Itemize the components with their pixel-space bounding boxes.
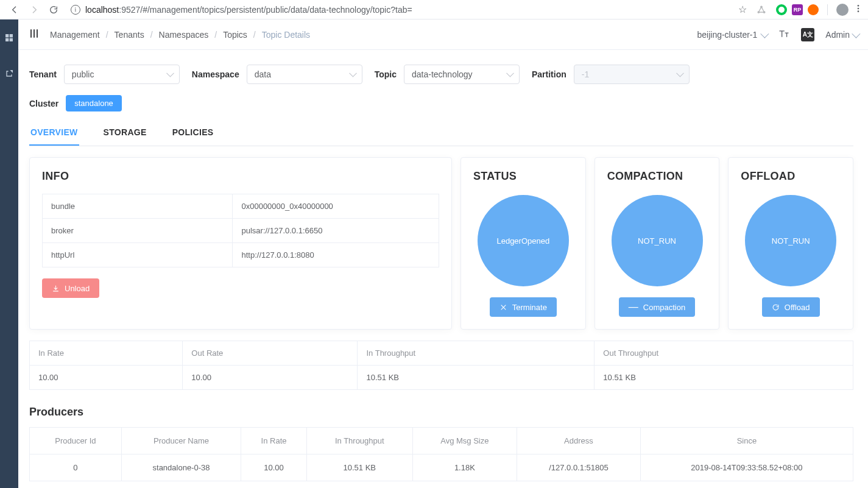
svg-rect-8 xyxy=(5,38,9,41)
info-row: httpUrl http://127.0.0.1:8080 xyxy=(43,243,439,267)
textsize-icon[interactable] xyxy=(778,27,790,41)
content: Management / Tenants / Namespaces / Topi… xyxy=(18,19,868,488)
producers-heading: Producers xyxy=(29,406,853,419)
crumb-management[interactable]: Management xyxy=(50,30,100,40)
browser-chrome: i localhost:9527/#/management/topics/per… xyxy=(0,0,868,19)
col-in-rate: In Rate xyxy=(30,341,183,366)
rp-ext-icon[interactable]: RP xyxy=(792,4,803,15)
col-producer-name: Producer Name xyxy=(121,428,241,454)
svg-rect-6 xyxy=(5,34,9,37)
profile-avatar-icon[interactable] xyxy=(836,4,849,16)
cluster-tag[interactable]: standalone xyxy=(66,95,122,111)
svg-rect-7 xyxy=(10,34,13,37)
col-p-in-throughput: In Throughput xyxy=(306,428,412,454)
tenant-value: public xyxy=(72,69,94,79)
external-link-icon[interactable] xyxy=(4,69,14,80)
tab-storage[interactable]: STORAGE xyxy=(102,127,148,146)
bookmark-star-icon[interactable]: ☆ xyxy=(738,4,747,15)
tab-policies[interactable]: POLICIES xyxy=(171,127,215,146)
offload-title: OFFLOAD xyxy=(741,170,795,183)
cell-avg-msg: 1.18K xyxy=(412,454,517,481)
breadcrumb: Management / Tenants / Namespaces / Topi… xyxy=(50,30,310,40)
chrome-menu-icon[interactable] xyxy=(853,4,863,15)
compaction-card: COMPACTION NOT_RUN — Compaction xyxy=(595,157,720,330)
compaction-label: Compaction xyxy=(643,303,685,312)
url-bar[interactable]: i localhost:9527/#/management/topics/per… xyxy=(71,5,731,15)
chrome-right: ☆ RP xyxy=(738,2,863,17)
col-address: Address xyxy=(517,428,641,454)
col-producer-id: Producer Id xyxy=(30,428,122,454)
terminate-label: Terminate xyxy=(512,303,547,312)
col-out-throughput: Out Throughput xyxy=(595,341,853,366)
col-out-rate: Out Rate xyxy=(183,341,358,366)
filter-row-cluster: Cluster standalone xyxy=(29,95,853,111)
chevron-down-icon xyxy=(852,29,860,38)
offload-label: Offload xyxy=(785,303,810,312)
reload-icon[interactable] xyxy=(46,2,61,17)
refresh-icon xyxy=(772,303,780,311)
tabs: OVERVIEW STORAGE POLICIES xyxy=(29,127,853,146)
orange-ext-icon[interactable] xyxy=(808,4,819,15)
tenant-select[interactable]: public xyxy=(64,65,180,84)
info-key: bundle xyxy=(43,194,233,219)
producer-row: 0 standalone-0-38 10.00 10.51 KB 1.18K /… xyxy=(30,454,853,481)
compaction-button[interactable]: — Compaction xyxy=(619,297,695,317)
svg-point-3 xyxy=(858,5,859,7)
unload-button[interactable]: Unload xyxy=(42,278,99,298)
stats-row: 10.00 10.00 10.51 KB 10.51 KB xyxy=(30,366,853,390)
partition-value: -1 xyxy=(582,69,589,79)
offload-button[interactable]: Offload xyxy=(762,297,820,317)
cell-out-throughput: 10.51 KB xyxy=(595,366,853,390)
cell-p-in-throughput: 10.51 KB xyxy=(306,454,412,481)
info-title: INFO xyxy=(42,170,439,183)
grammarly-ext-icon[interactable] xyxy=(776,4,787,15)
unload-label: Unload xyxy=(65,284,90,293)
cell-in-throughput: 10.51 KB xyxy=(358,366,595,390)
crumb-tenants[interactable]: Tenants xyxy=(115,30,144,40)
col-in-throughput: In Throughput xyxy=(358,341,595,366)
chrome-divider xyxy=(827,4,828,15)
svg-point-5 xyxy=(858,10,859,12)
offload-card: OFFLOAD NOT_RUN Offload xyxy=(728,157,853,330)
svg-rect-9 xyxy=(10,38,13,41)
cell-producer-name: standalone-0-38 xyxy=(121,454,241,481)
crumb-namespaces[interactable]: Namespaces xyxy=(159,30,209,40)
cluster-dropdown[interactable]: beijing-cluster-1 xyxy=(697,30,767,40)
crumb-sep: / xyxy=(106,30,108,40)
sidebar xyxy=(0,19,18,488)
crumb-sep: / xyxy=(150,30,153,40)
status-value: LedgerOpened xyxy=(496,236,549,246)
offload-value: NOT_RUN xyxy=(772,236,810,246)
user-name: Admin xyxy=(825,30,850,40)
user-dropdown[interactable]: Admin xyxy=(825,30,858,40)
info-table: bundle 0x00000000_0x40000000 broker puls… xyxy=(42,194,439,267)
stats-table: In Rate Out Rate In Throughput Out Throu… xyxy=(29,341,853,390)
terminate-button[interactable]: Terminate xyxy=(490,297,557,317)
tab-overview[interactable]: OVERVIEW xyxy=(29,127,79,146)
topic-select[interactable]: data-technology xyxy=(404,65,520,84)
nav-forward-icon[interactable] xyxy=(27,2,41,17)
translate-icon[interactable]: A文 xyxy=(801,28,814,41)
cell-out-rate: 10.00 xyxy=(183,366,358,390)
col-since: Since xyxy=(640,428,853,454)
info-row: broker pulsar://127.0.0.1:6650 xyxy=(43,219,439,243)
network-ext-icon[interactable] xyxy=(754,2,769,17)
crumb-topics[interactable]: Topics xyxy=(223,30,247,40)
tenant-label: Tenant xyxy=(29,69,57,79)
producers-table: Producer Id Producer Name In Rate In Thr… xyxy=(29,427,853,481)
namespace-select[interactable]: data xyxy=(247,65,362,84)
partition-label: Partition xyxy=(532,69,566,79)
dashboard-icon[interactable] xyxy=(4,33,14,44)
offload-circle: NOT_RUN xyxy=(745,195,836,286)
site-info-icon[interactable]: i xyxy=(71,5,80,15)
col-p-in-rate: In Rate xyxy=(241,428,307,454)
main: Tenant public Namespace data Topic data-… xyxy=(18,50,868,488)
sidebar-toggle-icon[interactable] xyxy=(28,27,40,41)
cards-row: INFO bundle 0x00000000_0x40000000 broker… xyxy=(29,157,853,330)
status-title: STATUS xyxy=(473,170,517,183)
crumb-sep: / xyxy=(253,30,256,40)
nav-back-icon[interactable] xyxy=(7,2,22,17)
cell-address: /127.0.0.1:51805 xyxy=(517,454,641,481)
status-circle: LedgerOpened xyxy=(478,195,569,286)
info-val: http://127.0.0.1:8080 xyxy=(233,243,439,267)
